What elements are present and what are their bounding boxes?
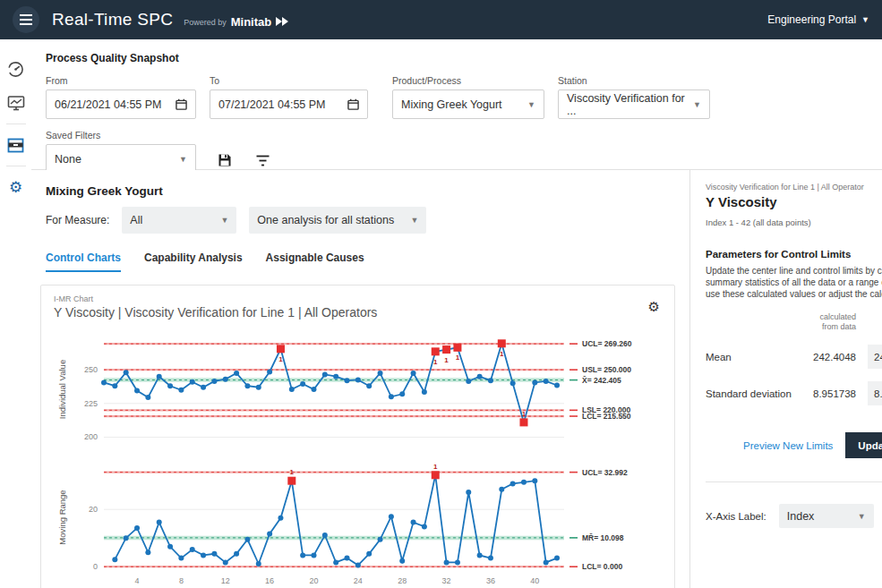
svg-text:225: 225 [84,399,98,408]
analysis-main: Mixing Greek Yogurt For Measure: All ▼ O… [31,170,689,588]
stdev-row: Standard deviation 8.951738 [706,381,882,405]
svg-text:40: 40 [530,576,539,585]
product-select[interactable]: Mixing Greek Yogurt ▼ [392,89,544,119]
sidebar-item-storage[interactable] [7,136,25,154]
svg-text:4: 4 [135,576,140,585]
calendar-icon [347,98,359,110]
svg-text:36: 36 [486,576,495,585]
calendar-icon [176,98,187,110]
filter-button[interactable] [253,151,271,169]
svg-text:0: 0 [93,562,98,571]
nav-rail: ⚙ [0,39,31,588]
calculated-col-header: calculated from data [706,312,856,332]
to-date-input[interactable]: 07/21/2021 04:55 PM [210,89,368,119]
from-date-input[interactable]: 06/21/2021 04:55 PM [46,89,196,119]
gear-icon: ⚙ [9,180,22,195]
svg-text:1: 1 [456,354,460,362]
svg-text:1: 1 [433,463,438,471]
svg-text:28: 28 [398,576,407,585]
svg-text:1: 1 [522,410,527,418]
station-select[interactable]: Viscosity Verification for ... ▼ [558,89,710,119]
svg-text:Individual Value: Individual Value [57,360,67,419]
app-title: Real-Time SPC [52,10,173,30]
svg-text:MR̄= 10.098: MR̄= 10.098 [582,533,624,542]
content-area: Mixing Greek Yogurt For Measure: All ▼ O… [31,170,882,588]
imr-chart-card: I-MR Chart Y Viscosity | Viscosity Verif… [40,285,675,588]
chevron-down-icon: ▼ [858,512,866,521]
svg-text:200: 200 [84,432,98,441]
chevron-down-icon: ▼ [527,100,535,109]
svg-text:250: 250 [84,365,98,374]
svg-text:1: 1 [500,350,504,358]
measure-select[interactable]: All ▼ [122,207,236,234]
svg-text:20: 20 [309,576,318,585]
svg-text:32: 32 [442,576,451,585]
svg-text:UCL= 32.992: UCL= 32.992 [582,468,628,477]
index-note: Index 1 - 42 (all data points) [706,217,882,227]
panel-title: Y Viscosity [706,194,882,209]
product-value: Mixing Greek Yogurt [401,98,502,111]
sidebar-item-monitoring[interactable] [7,94,25,112]
chart-title: Y Viscosity | Viscosity Verification for… [54,305,662,320]
svg-text:USL= 250.000: USL= 250.000 [582,365,631,374]
station-label: Station [558,75,710,86]
chart-settings-gear-icon[interactable]: ⚙ [648,300,660,313]
process-title: Mixing Greek Yogurt [46,184,689,198]
preview-new-limits-link[interactable]: Preview New Limits [743,440,833,451]
filter-bar: Process Quality Snapshot From 06/21/2021… [31,39,882,170]
save-icon [218,153,232,167]
rail-divider [6,166,26,166]
svg-text:24: 24 [354,576,363,585]
svg-text:20: 20 [89,505,98,514]
saved-filters-label: Saved Filters [46,130,196,141]
chevron-down-icon: ▼ [693,100,701,109]
portal-switcher[interactable]: Engineering Portal ▼ [767,13,869,26]
measure-value: All [130,214,142,226]
svg-text:LCL= 215.550: LCL= 215.550 [582,412,631,421]
svg-text:1: 1 [290,468,295,476]
xaxis-value: Index [787,510,815,523]
sidebar-item-settings[interactable]: ⚙ [7,178,25,196]
svg-text:16: 16 [265,576,274,585]
to-label: To [210,75,368,86]
minitab-brand: Minitab [231,15,272,29]
gauge-icon [7,61,24,78]
stdev-label: Standard deviation [706,388,802,399]
chevron-down-icon: ▼ [861,15,869,24]
svg-text:1: 1 [278,355,283,363]
from-label: From [46,75,196,86]
chevron-down-icon: ▼ [220,216,228,225]
panel-subtitle: Viscosity Verification for Line 1 | All … [706,183,882,192]
save-filter-button[interactable] [216,151,234,169]
xaxis-label: X-Axis Label: [706,511,766,522]
chart-type-label: I-MR Chart [54,294,662,303]
params-description: Update the center line and control limit… [706,265,882,300]
stdev-calculated-value: 8.951738 [802,388,856,399]
svg-text:Moving Range: Moving Range [57,490,67,544]
analysis-mode-value: One analysis for all stations [257,214,394,226]
tab-capability-analysis[interactable]: Capability Analysis [144,251,243,272]
stdev-input[interactable] [868,381,882,405]
menu-icon[interactable] [13,6,39,33]
tab-bar: Control Charts Capability Analysis Assig… [46,251,689,272]
powered-by-label: Powered by [184,18,227,27]
mean-input[interactable] [868,345,882,369]
for-measure-label: For Measure: [46,214,109,226]
tab-control-charts[interactable]: Control Charts [46,251,121,272]
svg-text:8: 8 [179,576,184,585]
tab-assignable-causes[interactable]: Assignable Causes [266,251,364,272]
moving-range-chart: 02011UCL= 32.992MR̄= 10.098LCL= 0.000481… [54,458,664,588]
update-control-limits-button[interactable]: Update Control Limits [845,432,882,458]
app-header: Real-Time SPC Powered by Minitab Enginee… [0,0,882,39]
to-date-value: 07/21/2021 04:55 PM [218,98,326,111]
storage-box-icon [7,138,24,153]
section-title: Process Quality Snapshot [46,52,882,64]
sidebar-item-dashboard[interactable] [7,60,25,78]
analysis-mode-select[interactable]: One analysis for all stations ▼ [249,207,426,234]
mean-row: Mean 242.4048 [706,345,882,369]
rail-divider [6,124,26,124]
xaxis-select[interactable]: Index ▼ [779,504,874,528]
chevron-down-icon: ▼ [179,155,187,164]
from-date-value: 06/21/2021 04:55 PM [55,98,162,111]
portal-label: Engineering Portal [767,13,856,26]
